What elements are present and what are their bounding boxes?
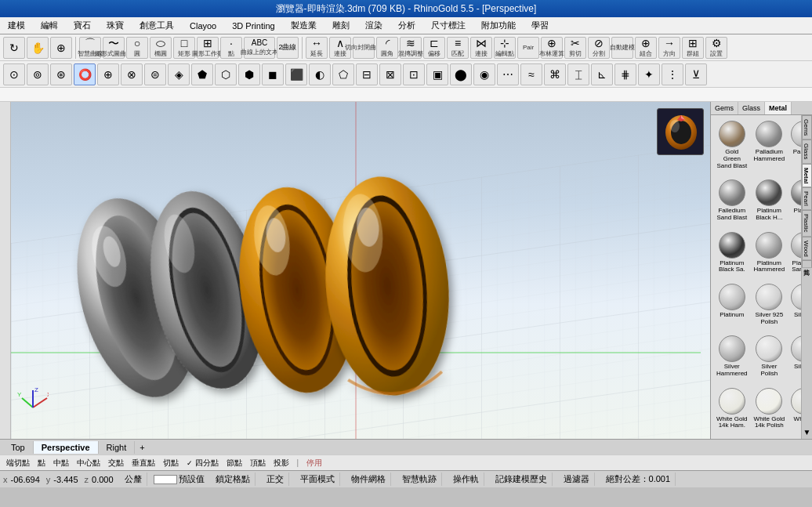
tb2-btn25[interactable]: ⌶ [567,63,589,85]
menu-build[interactable]: 建模 [3,18,30,33]
material-item-m15[interactable]: Silver... [788,333,801,383]
tb-workspace-btn[interactable]: ⊞圖形工作臺 [197,37,219,59]
object-snap-status[interactable]: 物件網格 [346,473,391,486]
menu-manufacturing[interactable]: 製造業 [286,18,321,33]
tb2-btn3[interactable]: ⊛ [50,63,72,85]
side-tab-gems[interactable]: Gems [802,115,812,139]
tb2-btn23[interactable]: ≈ [520,63,542,85]
material-item-m3[interactable]: Palled... [788,118,801,176]
side-tab-glass[interactable]: Glass [802,139,812,163]
smart-track-status[interactable]: 智慧軌跡 [397,473,442,486]
side-tab-pearl[interactable]: Pearl [802,187,812,210]
material-item-m7[interactable]: Platinum Black Sa. [714,230,750,280]
tb-pan-btn[interactable]: ✋ [27,37,49,59]
plane-status[interactable]: 平面模式 [295,473,340,486]
tb2-btn30[interactable]: ⊻ [685,63,707,85]
vp-tab-top[interactable]: Top [3,441,34,454]
tb-group-btn[interactable]: ⊞群組 [682,37,704,59]
tb-offset-btn[interactable]: ⊏偏移 [423,37,445,59]
tb-editpts-btn[interactable]: ⊹編輯點 [494,37,516,59]
snap-endpoint[interactable]: 端切點 [3,457,33,469]
tb-direction-btn[interactable]: →方向 [658,37,680,59]
tab-metal[interactable]: Metal [765,102,792,114]
material-item-m16[interactable]: White Gold 14k Ham. [714,386,750,436]
tb-point-btn[interactable]: ·點 [220,37,242,59]
menu-render[interactable]: 渲染 [361,18,387,33]
menu-addon[interactable]: 附加功能 [477,18,520,33]
tb-boolan-btn[interactable]: ⊕布林運算 [541,37,563,59]
snap-status[interactable]: 鎖定格點 [211,473,256,486]
tb-settings-btn[interactable]: ⚙設置 [705,37,727,59]
tb2-btn17[interactable]: ⊠ [379,63,401,85]
menu-carving[interactable]: 雕刻 [328,18,354,33]
vp-tab-perspective[interactable]: Perspective [34,441,99,454]
tb-zoom-btn[interactable]: ⊕ [50,37,72,59]
menu-jewelry[interactable]: 珠寶 [102,18,129,33]
menu-clayoo[interactable]: Clayoo [185,20,221,32]
tb2-btn9[interactable]: ⬟ [191,63,213,85]
snap-point[interactable]: 點 [34,457,49,469]
tb-match-btn[interactable]: ≡匹配 [447,37,469,59]
tb-join-btn[interactable]: ⋈連接 [470,37,492,59]
material-item-m12[interactable]: Silver... [788,281,801,331]
tb-pair-btn[interactable]: Pair [517,37,539,59]
tb-fillet-btn[interactable]: ◜圓角 [376,37,398,59]
tb2-btn1[interactable]: ⊙ [3,63,25,85]
material-item-m18[interactable]: White... [788,386,801,436]
tb2-btn20[interactable]: ⬤ [450,63,472,85]
side-tab-wood[interactable]: Wood [802,237,812,261]
tb2-btn26[interactable]: ⊾ [591,63,613,85]
snap-quad[interactable]: 四分點 [183,457,222,469]
side-panel-scroll-down[interactable]: ▼ [802,426,812,439]
menu-analyze[interactable]: 分析 [393,18,420,33]
snap-disable[interactable]: 停用 [303,457,325,469]
side-tab-other[interactable]: 其他 [802,260,812,268]
tb-trim-btn[interactable]: ✂剪切 [564,37,586,59]
tb2-btn16[interactable]: ⊟ [356,63,378,85]
tb-curve2-btn[interactable]: 〜矩形式圖曲線 [103,37,125,59]
material-item-m14[interactable]: Silver Polish [752,333,788,383]
tb-text-btn[interactable]: ABC曲線上的文本 [244,37,275,59]
history-status[interactable]: 記錄建模歷史 [491,473,553,486]
material-item-m9[interactable]: Platinum Sand P... [788,230,801,280]
tb-2curve-btn[interactable]: 2曲線 [277,37,299,59]
tb-extend-btn[interactable]: ↔延長 [306,37,328,59]
snap-vertex[interactable]: 頂點 [247,457,269,469]
snap-knot[interactable]: 節點 [223,457,245,469]
material-item-m5[interactable]: Platinum Black H... [752,177,788,227]
tb2-btn5[interactable]: ⊕ [97,63,119,85]
side-tab-plastic[interactable]: Plastic [802,210,812,237]
material-item-m4[interactable]: Falledium Sand Blast [714,177,750,227]
command-bar[interactable] [0,88,812,102]
tb2-btn15[interactable]: ⬠ [332,63,354,85]
viewport-3d[interactable]: X Y Z [11,102,710,439]
snap-perp[interactable]: 垂直點 [129,457,158,469]
material-item-m8[interactable]: Platinum Hammered [752,230,788,280]
snap-mid[interactable]: 中點 [50,457,72,469]
tb-combine-btn[interactable]: ⊕組合 [635,37,657,59]
tb-rotate-btn[interactable]: ↻ [3,37,25,59]
tb-auto-btn[interactable]: 自動建模 [611,37,633,59]
tb2-btn6[interactable]: ⊗ [121,63,143,85]
tab-gems[interactable]: Gems [711,102,738,114]
tb2-btn8[interactable]: ◈ [168,63,190,85]
material-item-m10[interactable]: Platinum [714,281,750,331]
material-item-m6[interactable]: Platm... [788,177,801,227]
snap-intersect[interactable]: 交點 [105,457,127,469]
material-item-m17[interactable]: White Gold 14k Polish [752,386,788,436]
tb2-btn28[interactable]: ✦ [638,63,660,85]
tb-circle-btn[interactable]: ○圓 [126,37,148,59]
tb2-btn10[interactable]: ⬡ [215,63,237,85]
tb2-btn19[interactable]: ▣ [426,63,448,85]
material-item-m1[interactable]: Gold Green Sand Blast [714,118,750,176]
filter-status[interactable]: 過濾器 [559,473,595,486]
tb2-btn21[interactable]: ◉ [473,63,495,85]
tb2-btn22[interactable]: ⋯ [497,63,519,85]
material-item-m13[interactable]: Silver Hammered [714,333,750,383]
tb-split-btn[interactable]: ⊘分割 [588,37,610,59]
menu-dimension[interactable]: 尺寸標注 [426,18,470,33]
menu-creative[interactable]: 創意工具 [135,18,179,33]
tb2-btn18[interactable]: ⊡ [403,63,425,85]
side-tab-metal[interactable]: Metal [802,164,812,187]
tb-blend-btn[interactable]: ≋混摶調整 [400,37,422,59]
